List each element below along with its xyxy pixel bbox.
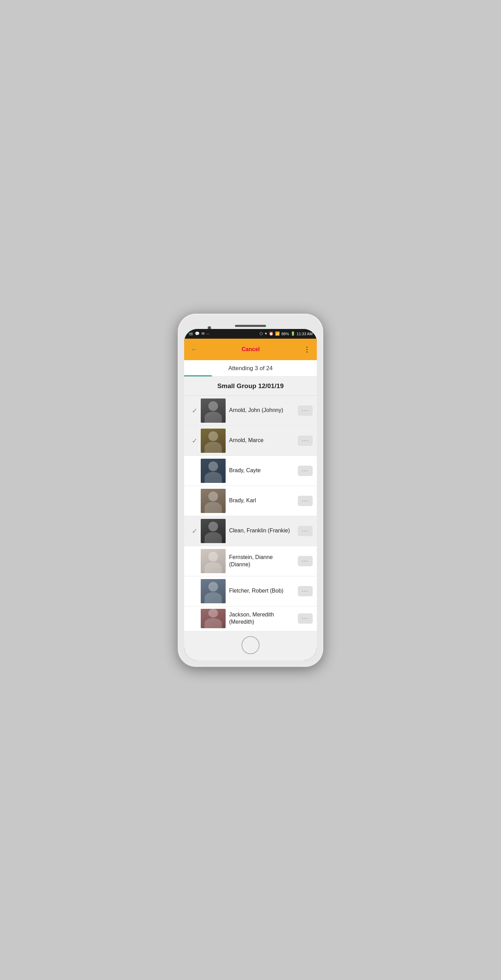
avatar: [201, 489, 226, 513]
check-col: ✓: [188, 437, 201, 445]
member-more-button[interactable]: ···: [298, 613, 313, 624]
battery-percent: 88%: [281, 332, 289, 336]
chat-icon: 💬: [195, 331, 200, 336]
member-list: ✓ Arnold, John (Johnny) ··· ✓: [184, 396, 317, 631]
group-title: Small Group 12/01/19: [217, 382, 284, 390]
member-row[interactable]: Jackson, Meredith(Meredith) ···: [184, 606, 317, 631]
status-right-icons: ⬡ ✦ ⏰ 📶 88% 🔋 11:33 AM: [260, 331, 313, 336]
alarm-icon: ⏰: [269, 331, 274, 336]
member-more-button[interactable]: ···: [298, 556, 313, 566]
cast-icon: ⬡: [260, 331, 263, 336]
member-more-button[interactable]: ···: [298, 406, 313, 416]
speaker: [235, 325, 266, 327]
home-button[interactable]: [241, 636, 260, 654]
check-col: ✓: [188, 527, 201, 535]
member-row[interactable]: ✓ Arnold, Marce ···: [184, 426, 317, 456]
wifi-icon: 📶: [275, 331, 280, 336]
member-row[interactable]: Brady, Cayte ···: [184, 456, 317, 486]
avatar: [201, 549, 226, 573]
status-left-icons: 📹 💬 ✉ ···: [188, 331, 209, 336]
member-more-button[interactable]: ···: [298, 526, 313, 536]
attending-progress-indicator: [184, 375, 212, 376]
avatar: [201, 398, 226, 423]
group-title-row: Small Group 12/01/19: [184, 377, 317, 396]
time-display: 11:33 AM: [297, 332, 313, 336]
check-col: ✓: [188, 406, 201, 415]
avatar: [201, 579, 226, 603]
member-name: Clean, Franklin (Frankie): [229, 527, 298, 535]
attending-count: Attending 3 of 24: [184, 365, 317, 375]
bluetooth-icon: ✦: [264, 331, 268, 336]
member-name: Brady, Karl: [229, 497, 298, 504]
attending-bar: Attending 3 of 24: [184, 360, 317, 377]
member-more-button[interactable]: ···: [298, 496, 313, 506]
status-bar: 📹 💬 ✉ ··· ⬡ ✦ ⏰ 📶 88% 🔋 11:33 AM: [184, 329, 317, 339]
phone-top: [184, 320, 317, 329]
back-button[interactable]: ←: [190, 345, 198, 354]
member-more-button[interactable]: ···: [298, 586, 313, 597]
member-name: Brady, Cayte: [229, 467, 298, 474]
battery-icon: 🔋: [290, 331, 295, 336]
content-area: Attending 3 of 24 Small Group 12/01/19 ✓: [184, 360, 317, 631]
avatar: [201, 519, 226, 543]
member-row[interactable]: Brady, Karl ···: [184, 486, 317, 516]
member-row[interactable]: Fernstein, Dianne(Dianne) ···: [184, 546, 317, 576]
avatar: [201, 609, 226, 628]
checkmark-icon: ✓: [192, 406, 198, 415]
home-bar-area: [184, 631, 317, 660]
avatar: [201, 429, 226, 453]
member-more-button[interactable]: ···: [298, 436, 313, 446]
member-name: Arnold, John (Johnny): [229, 407, 298, 414]
more-status-icon: ···: [206, 332, 209, 336]
avatar: [201, 459, 226, 483]
video-icon: 📹: [188, 331, 193, 336]
cancel-button[interactable]: Cancel: [241, 346, 260, 353]
member-name: Fletcher, Robert (Bob): [229, 587, 298, 595]
more-menu-button[interactable]: ⋮: [303, 345, 311, 353]
member-name: Fernstein, Dianne(Dianne): [229, 554, 298, 568]
member-row[interactable]: ✓ Clean, Franklin (Frankie) ···: [184, 516, 317, 546]
member-more-button[interactable]: ···: [298, 466, 313, 476]
member-name: Arnold, Marce: [229, 437, 298, 444]
checkmark-icon: ✓: [192, 527, 198, 535]
phone-frame: 📹 💬 ✉ ··· ⬡ ✦ ⏰ 📶 88% 🔋 11:33 AM ← Cance…: [178, 314, 323, 667]
member-name: Jackson, Meredith(Meredith): [229, 611, 298, 626]
member-row[interactable]: ✓ Arnold, John (Johnny) ···: [184, 396, 317, 426]
phone-screen: 📹 💬 ✉ ··· ⬡ ✦ ⏰ 📶 88% 🔋 11:33 AM ← Cance…: [184, 329, 317, 660]
mail-icon: ✉: [201, 331, 205, 336]
app-header: ← Cancel ⋮: [184, 339, 317, 360]
member-row[interactable]: Fletcher, Robert (Bob) ···: [184, 576, 317, 606]
checkmark-icon: ✓: [192, 437, 198, 445]
